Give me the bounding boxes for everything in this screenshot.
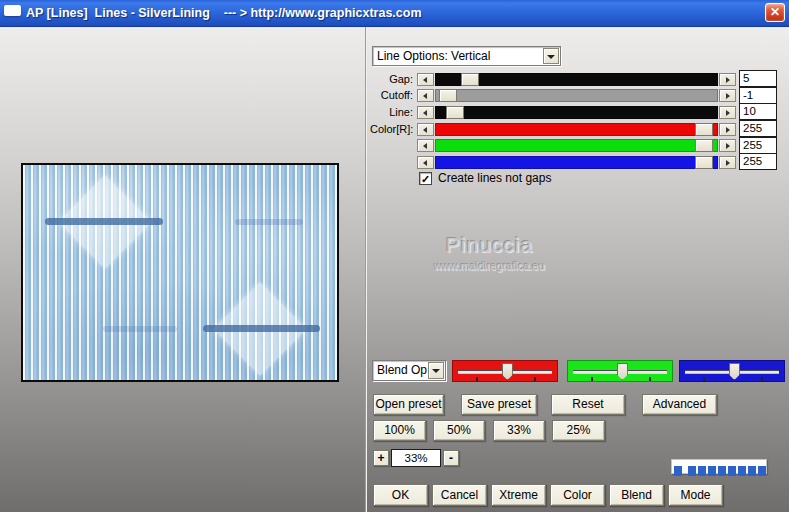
chevron-down-icon bbox=[547, 55, 555, 59]
tick-mark bbox=[649, 377, 651, 381]
dropdown-arrow-button[interactable] bbox=[428, 362, 444, 379]
tick-mark bbox=[591, 377, 593, 381]
cutoff-slider-label: Cutoff: bbox=[370, 89, 413, 102]
arrow-left-icon bbox=[423, 127, 427, 133]
cutoff-slider-increment-button[interactable] bbox=[719, 89, 736, 102]
line-value-field[interactable]: 10 bbox=[739, 103, 777, 120]
color-blue-slider-decrement-button[interactable] bbox=[417, 156, 434, 169]
progress-segment bbox=[674, 466, 682, 476]
arrow-right-icon bbox=[726, 143, 730, 149]
cutoff-value-field[interactable]: -1 bbox=[739, 87, 777, 104]
gap-slider-increment-button[interactable] bbox=[719, 73, 736, 86]
progress-segment bbox=[748, 466, 756, 476]
tick-mark bbox=[703, 377, 705, 381]
blend-button[interactable]: Blend bbox=[609, 484, 664, 506]
gap-slider-thumb[interactable] bbox=[461, 73, 479, 86]
tick-mark bbox=[476, 377, 478, 381]
blend-options-dropdown[interactable]: Blend Opti bbox=[372, 360, 446, 381]
scale-33-button[interactable]: 33% bbox=[493, 420, 545, 441]
open-preset-button[interactable]: Open preset bbox=[373, 394, 444, 415]
blend-green-slider-thumb[interactable] bbox=[617, 363, 628, 380]
advanced-button[interactable]: Advanced bbox=[642, 394, 717, 415]
arrow-right-icon bbox=[726, 160, 730, 166]
color-red-slider-increment-button[interactable] bbox=[719, 123, 736, 136]
arrow-right-icon bbox=[726, 110, 730, 116]
blend-options-selected-value: Blend Opti bbox=[377, 361, 427, 380]
blend-blue-slider[interactable] bbox=[679, 360, 785, 382]
xtreme-button[interactable]: Xtreme bbox=[491, 484, 546, 506]
gap-slider-decrement-button[interactable] bbox=[417, 73, 434, 86]
arrow-left-icon bbox=[423, 143, 427, 149]
create-lines-checkbox-label: Create lines not gaps bbox=[438, 171, 551, 185]
blend-red-slider[interactable] bbox=[452, 360, 558, 382]
cutoff-slider-track[interactable] bbox=[435, 89, 718, 102]
preview-dash-shape bbox=[103, 326, 177, 332]
color-blue-slider-increment-button[interactable] bbox=[719, 156, 736, 169]
create-lines-checkbox[interactable]: ✓ bbox=[419, 172, 432, 185]
progress-segment bbox=[738, 466, 746, 476]
progress-segment bbox=[708, 466, 716, 476]
cutoff-slider-thumb[interactable] bbox=[439, 89, 457, 102]
arrow-left-icon bbox=[423, 77, 427, 83]
progress-bar bbox=[671, 459, 767, 474]
color-red-slider-label: Color[R]: bbox=[370, 123, 413, 136]
color-blue-value-field[interactable]: 255 bbox=[739, 153, 777, 170]
zoom-in-button[interactable]: + bbox=[373, 450, 389, 466]
preview-dash-shape bbox=[45, 218, 163, 225]
close-button[interactable]: ✕ bbox=[765, 3, 785, 22]
color-green-value-field[interactable]: 255 bbox=[739, 137, 777, 154]
reset-button[interactable]: Reset bbox=[551, 394, 625, 415]
line-slider-label: Line: bbox=[370, 106, 413, 119]
dropdown-arrow-button[interactable] bbox=[543, 48, 559, 64]
panel-divider bbox=[365, 27, 367, 512]
plugin-dialog-window: AP [Lines] Lines - SilverLining --- > ht… bbox=[0, 0, 789, 512]
preview-dash-shape bbox=[235, 219, 303, 225]
watermark-site: www.maidiregrafica.eu bbox=[377, 260, 602, 272]
line-slider-decrement-button[interactable] bbox=[417, 106, 434, 119]
progress-segment bbox=[698, 466, 706, 476]
line-slider-thumb[interactable] bbox=[446, 106, 464, 119]
mode-button[interactable]: Mode bbox=[668, 484, 723, 506]
line-slider-track[interactable] bbox=[435, 106, 718, 119]
progress-segment bbox=[758, 466, 766, 476]
tick-mark bbox=[534, 377, 536, 381]
gap-value-field[interactable]: 5 bbox=[739, 70, 777, 87]
tick-mark bbox=[761, 377, 763, 381]
color-green-slider-thumb[interactable] bbox=[695, 139, 713, 152]
scale-100-button[interactable]: 100% bbox=[373, 420, 426, 441]
color-button[interactable]: Color bbox=[550, 484, 605, 506]
scale-50-button[interactable]: 50% bbox=[433, 420, 485, 441]
watermark-name: Pinuccia bbox=[377, 233, 602, 257]
zoom-out-button[interactable]: - bbox=[443, 450, 459, 466]
arrow-right-icon bbox=[726, 93, 730, 99]
color-red-slider-track[interactable] bbox=[435, 123, 718, 136]
app-icon bbox=[4, 5, 21, 16]
color-red-slider-decrement-button[interactable] bbox=[417, 123, 434, 136]
progress-segment bbox=[728, 466, 736, 476]
blend-red-slider-thumb[interactable] bbox=[502, 363, 513, 380]
color-green-slider-track[interactable] bbox=[435, 139, 718, 152]
blend-blue-slider-thumb[interactable] bbox=[729, 363, 740, 380]
color-green-slider-decrement-button[interactable] bbox=[417, 139, 434, 152]
blend-green-slider[interactable] bbox=[567, 360, 673, 382]
color-blue-slider-track[interactable] bbox=[435, 156, 718, 169]
arrow-left-icon bbox=[423, 93, 427, 99]
save-preset-button[interactable]: Save preset bbox=[461, 394, 537, 415]
cancel-button[interactable]: Cancel bbox=[432, 484, 487, 506]
ok-button[interactable]: OK bbox=[373, 484, 428, 506]
window-title: AP [Lines] Lines - SilverLining --- > ht… bbox=[26, 0, 422, 26]
color-red-value-field[interactable]: 255 bbox=[739, 120, 777, 137]
gap-slider-track[interactable] bbox=[435, 73, 718, 86]
color-red-slider-thumb[interactable] bbox=[695, 123, 713, 136]
title-bar[interactable]: AP [Lines] Lines - SilverLining --- > ht… bbox=[0, 0, 789, 27]
arrow-left-icon bbox=[423, 160, 427, 166]
color-green-slider-increment-button[interactable] bbox=[719, 139, 736, 152]
color-blue-slider-thumb[interactable] bbox=[695, 156, 713, 169]
scale-25-button[interactable]: 25% bbox=[552, 420, 605, 441]
line-slider-increment-button[interactable] bbox=[719, 106, 736, 119]
image-preview[interactable] bbox=[21, 163, 339, 382]
cutoff-slider-decrement-button[interactable] bbox=[417, 89, 434, 102]
arrow-right-icon bbox=[726, 127, 730, 133]
line-options-dropdown[interactable]: Line Options: Vertical bbox=[372, 46, 561, 66]
zoom-level-field[interactable]: 33% bbox=[391, 449, 441, 467]
